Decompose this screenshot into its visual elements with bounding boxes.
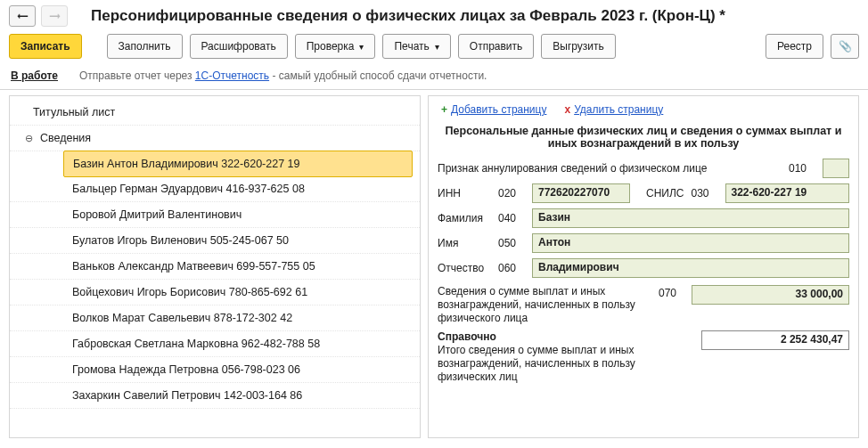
inn-label: ИНН xyxy=(438,187,491,200)
fam-label: Фамилия xyxy=(438,212,491,224)
tree-item-person[interactable]: Булатов Игорь Виленович 505-245-067 50 xyxy=(10,228,420,254)
collapse-icon[interactable]: ⊖ xyxy=(20,130,37,146)
nav-back-button[interactable]: 🠔 xyxy=(9,5,36,27)
name-code: 050 xyxy=(498,237,525,249)
pat-field[interactable]: Владимирович xyxy=(532,258,849,278)
registry-button[interactable]: Реестр xyxy=(766,34,823,59)
tree-item-person[interactable]: Бальцер Герман Эдуардович 416-937-625 08 xyxy=(10,176,420,202)
report-state[interactable]: В работе xyxy=(11,69,58,82)
save-button[interactable]: Записать xyxy=(9,34,82,59)
attach-button[interactable]: 📎 xyxy=(831,34,859,59)
fam-field[interactable]: Базин xyxy=(532,208,849,228)
tree-item-person[interactable]: Волков Марат Савельевич 878-172-302 42 xyxy=(10,305,420,331)
name-field[interactable]: Антон xyxy=(532,233,849,253)
fill-button[interactable]: Заполнить xyxy=(107,34,183,59)
tree-item-person[interactable]: Войцехович Игорь Борисович 780-865-692 6… xyxy=(10,280,420,305)
chevron-down-icon: ▾ xyxy=(435,42,439,52)
tree-item-person[interactable]: Базин Антон Владимирович 322-620-227 19 xyxy=(63,151,413,177)
annul-code: 010 xyxy=(789,162,815,175)
pat-label: Отчество xyxy=(438,262,491,274)
nav-forward-button[interactable]: 🠖 xyxy=(41,5,68,27)
send-button[interactable]: Отправить xyxy=(458,34,535,59)
snils-code: 030 xyxy=(692,187,718,200)
sections-tree: Титульный лист ⊖ Сведения Базин Антон Вл… xyxy=(9,95,421,438)
name-label: Имя xyxy=(438,237,491,249)
annul-field[interactable] xyxy=(823,159,849,178)
snils-field[interactable]: 322-620-227 19 xyxy=(725,183,850,203)
export-button[interactable]: Выгрузить xyxy=(541,34,616,59)
snils-label: СНИЛС xyxy=(646,187,684,200)
tree-item-title-page[interactable]: Титульный лист xyxy=(10,100,420,126)
tree-group-details[interactable]: ⊖ Сведения xyxy=(10,126,420,151)
sum-code: 070 xyxy=(659,287,684,299)
pat-code: 060 xyxy=(498,262,525,274)
ref-total-field: 2 252 430,47 xyxy=(701,330,849,350)
tree-item-person[interactable]: Боровой Дмитрий Валентинович xyxy=(10,202,420,228)
tree-item-person[interactable]: Захаркин Савелий Петрович 142-003-164 86 xyxy=(10,383,420,409)
inn-field[interactable]: 772620227070 xyxy=(532,183,630,203)
delete-page-link[interactable]: xУдалить страницу xyxy=(564,103,663,116)
one-s-link[interactable]: 1С-Отчетность xyxy=(195,69,269,82)
form-section-title: Персональные данные физических лиц и све… xyxy=(438,121,849,159)
annul-label: Признак аннулирования сведений о физичес… xyxy=(438,162,782,175)
check-button[interactable]: Проверка▾ xyxy=(295,34,376,59)
chevron-down-icon: ▾ xyxy=(359,42,364,52)
page-title: Персонифицированные сведения о физически… xyxy=(91,7,725,25)
sum-field[interactable]: 33 000,00 xyxy=(692,285,849,305)
details-form: +Добавить страницу xУдалить страницу Пер… xyxy=(428,95,859,438)
sum-note: Сведения о сумме выплат и иных вознаграж… xyxy=(438,285,651,325)
tree-item-person[interactable]: Габровская Светлана Марковна 962-482-788… xyxy=(10,331,420,357)
paperclip-icon: 📎 xyxy=(839,40,852,53)
tree-item-person[interactable]: Громова Надежда Петровна 056-798-023 06 xyxy=(10,357,420,383)
x-icon: x xyxy=(564,103,570,116)
add-page-link[interactable]: +Добавить страницу xyxy=(441,103,546,116)
plus-icon: + xyxy=(441,103,447,116)
ref-note: Справочно Итого сведения о сумме выплат … xyxy=(438,330,687,384)
tree-item-person[interactable]: Ваньков Александр Матвеевич 699-557-755 … xyxy=(10,254,420,280)
decrypt-button[interactable]: Расшифровать xyxy=(190,34,288,59)
inn-code: 020 xyxy=(498,187,525,200)
fam-code: 040 xyxy=(498,212,525,224)
print-button[interactable]: Печать▾ xyxy=(382,34,450,59)
status-hint: Отправьте отчет через 1С-Отчетность - са… xyxy=(79,69,487,82)
